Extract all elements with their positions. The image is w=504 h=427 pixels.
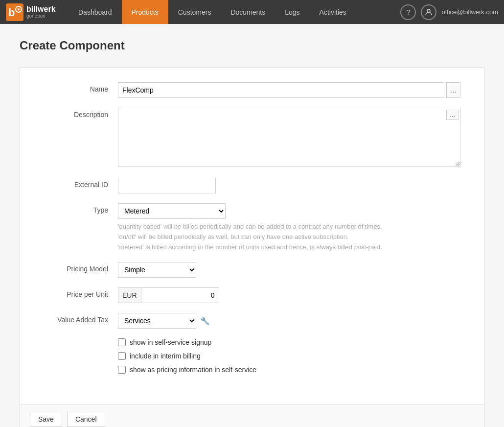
- name-ellipsis-button[interactable]: ...: [446, 82, 460, 98]
- page-title: Create Component: [20, 39, 484, 52]
- description-field: ...: [118, 108, 460, 168]
- type-hint-3: 'metered' is billed according to the num…: [118, 242, 460, 253]
- pricing-model-field: Simple Volume Tiered Stairstep: [118, 262, 460, 278]
- brand-sub: gonebox: [26, 13, 56, 19]
- checkbox-label-1: show in self-service signup: [130, 338, 211, 346]
- description-label: Description: [30, 108, 118, 119]
- brand: b billwerk gonebox: [0, 3, 69, 21]
- vat-row: Value Added Tax Services Goods None 🔧: [30, 313, 474, 329]
- brand-name: billwerk: [26, 5, 56, 13]
- pricing-model-row: Pricing Model Simple Volume Tiered Stair…: [30, 262, 474, 278]
- name-input[interactable]: [118, 82, 444, 98]
- type-select[interactable]: Quantity Based On/Off Metered: [118, 203, 226, 219]
- vat-label: Value Added Tax: [30, 313, 118, 324]
- save-button[interactable]: Save: [30, 412, 62, 427]
- type-hint: 'quantity based' will be billed periodic…: [118, 222, 460, 252]
- nav-customers[interactable]: Customers: [168, 0, 221, 24]
- svg-point-4: [427, 9, 430, 12]
- description-ellipsis-button[interactable]: ...: [446, 110, 458, 120]
- external-id-field: [118, 178, 460, 193]
- pricing-model-select[interactable]: Simple Volume Tiered Stairstep: [118, 262, 196, 278]
- wrench-icon[interactable]: 🔧: [200, 316, 210, 326]
- type-hint-2: 'on/off' will be billed periodically as …: [118, 232, 460, 242]
- vat-field: Services Goods None 🔧: [118, 313, 460, 329]
- nav-right: ? office@billwerk.com: [394, 4, 504, 20]
- nav-documents[interactable]: Documents: [221, 0, 275, 24]
- user-email: office@billwerk.com: [441, 8, 498, 16]
- checkbox-row-2: include in interim billing: [118, 352, 460, 360]
- main-content: Create Component Name ... Description ..…: [0, 24, 504, 427]
- external-id-input[interactable]: [118, 178, 216, 193]
- logo-icon: b: [6, 3, 23, 21]
- help-button[interactable]: ?: [400, 4, 416, 20]
- pricing-model-label: Pricing Model: [30, 262, 118, 273]
- checkboxes-field: show in self-service signup include in i…: [118, 338, 460, 380]
- nav-logs[interactable]: Logs: [275, 0, 309, 24]
- checkbox-row-1: show in self-service signup: [118, 338, 460, 346]
- price-input[interactable]: [141, 287, 219, 303]
- form-container: Name ... Description ... External ID: [20, 67, 484, 404]
- checkbox-label-3: show as pricing information in self-serv…: [130, 366, 256, 374]
- checkbox-row-3: show as pricing information in self-serv…: [118, 366, 460, 374]
- navbar: b billwerk gonebox Dashboard Products Cu…: [0, 0, 504, 24]
- nav-activities[interactable]: Activities: [310, 0, 356, 24]
- checkbox-interim-billing[interactable]: [118, 352, 126, 360]
- vat-select[interactable]: Services Goods None: [118, 313, 196, 329]
- type-hint-1: 'quantity based' will be billed periodic…: [118, 222, 460, 232]
- name-row: Name ...: [30, 82, 474, 98]
- price-per-unit-label: Price per Unit: [30, 287, 118, 298]
- checkboxes-row: show in self-service signup include in i…: [30, 338, 474, 380]
- external-id-row: External ID: [30, 178, 474, 193]
- name-field: ...: [118, 82, 460, 98]
- checkbox-self-service-signup[interactable]: [118, 338, 126, 346]
- external-id-label: External ID: [30, 178, 118, 189]
- name-label: Name: [30, 82, 118, 93]
- user-button[interactable]: [421, 4, 436, 20]
- description-row: Description ...: [30, 108, 474, 168]
- svg-text:b: b: [8, 6, 15, 19]
- checkbox-pricing-info[interactable]: [118, 366, 126, 374]
- type-field: Quantity Based On/Off Metered 'quantity …: [118, 203, 460, 252]
- nav-dashboard[interactable]: Dashboard: [69, 0, 122, 24]
- description-textarea[interactable]: [118, 108, 460, 166]
- cancel-button[interactable]: Cancel: [67, 412, 105, 427]
- type-row: Type Quantity Based On/Off Metered 'quan…: [30, 203, 474, 252]
- nav-items: Dashboard Products Customers Documents L…: [69, 0, 394, 24]
- svg-point-3: [18, 8, 20, 10]
- price-per-unit-row: Price per Unit EUR: [30, 287, 474, 303]
- type-label: Type: [30, 203, 118, 214]
- user-icon: [425, 8, 433, 16]
- nav-products[interactable]: Products: [122, 0, 168, 24]
- price-per-unit-field: EUR: [118, 287, 460, 303]
- form-footer: Save Cancel: [20, 404, 484, 427]
- currency-label: EUR: [118, 287, 141, 303]
- checkbox-label-2: include in interim billing: [130, 352, 201, 360]
